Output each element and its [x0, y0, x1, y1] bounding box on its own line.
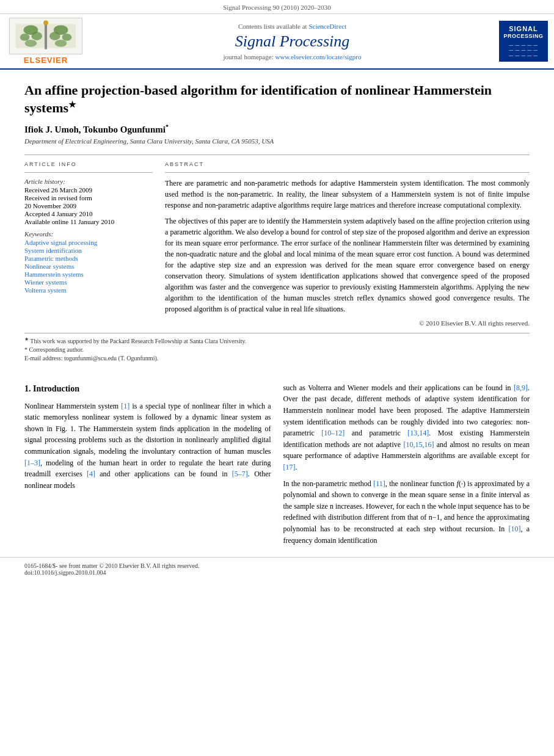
article-content: An affine projection-based algorithm for… [0, 70, 554, 375]
article-title: An affine projection-based algorithm for… [24, 82, 530, 117]
ref-11[interactable]: [11] [373, 479, 385, 488]
svg-point-5 [31, 32, 42, 40]
top-bar: Signal Processing 90 (2010) 2020–2030 [0, 0, 554, 14]
keyword-2[interactable]: System identification [24, 247, 153, 254]
svg-rect-11 [45, 23, 47, 49]
author-star: * [166, 123, 169, 130]
ref-8-9[interactable]: [8,9] [514, 383, 528, 392]
footnote-star-text: ★ This work was supported by the Packard… [24, 336, 530, 346]
body-content: 1. Introduction Nonlinear Hammerstein sy… [0, 382, 554, 551]
page: Signal Processing 90 (2010) 2020–2030 [0, 0, 554, 756]
abstract-label: ABSTRACT [165, 161, 530, 167]
svg-point-9 [49, 32, 60, 40]
ref-10[interactable]: [10] [508, 525, 520, 533]
bottom-doi: doi:10.1016/j.sigpro.2010.01.004 [24, 569, 530, 576]
keywords-group: Keywords: Adaptive signal processing Sys… [24, 230, 153, 294]
science-direct-link[interactable]: ScienceDirect [308, 23, 346, 30]
signal-processing-badge: SIGNAL PROCESSING — — — — —— — — — —— — … [499, 21, 548, 62]
ref-10-12[interactable]: [10–12] [321, 429, 344, 437]
footnotes: ★ This work was supported by the Packard… [24, 333, 530, 363]
svg-point-8 [62, 34, 72, 41]
journal-homepage: journal homepage: www.elsevier.com/locat… [92, 53, 493, 60]
history-group: Article history: Received 26 March 2009 … [24, 178, 153, 225]
svg-point-10 [55, 40, 67, 47]
elsevier-logo-image [9, 18, 82, 54]
journal-citation: Signal Processing 90 (2010) 2020–2030 [223, 4, 331, 11]
keyword-1[interactable]: Adaptive signal processing [24, 239, 153, 246]
bottom-issn: 0165-1684/$- see front matter © 2010 Els… [24, 562, 530, 569]
abstract-para-2: The objectives of this paper are to iden… [165, 216, 530, 314]
ref-13-14[interactable]: [13,14] [407, 429, 429, 437]
footnote-email: E-mail address: togunfunmi@scu.edu (T. O… [24, 354, 530, 363]
keywords-label: Keywords: [24, 230, 153, 238]
journal-homepage-link[interactable]: www.elsevier.com/locate/sigpro [275, 53, 361, 60]
ref-1-3[interactable]: [1–3] [24, 459, 40, 467]
article-info-col: ARTICLE INFO Article history: Received 2… [24, 161, 153, 327]
keyword-4[interactable]: Nonlinear systems [24, 263, 153, 270]
bottom-info: 0165-1684/$- see front matter © 2010 Els… [0, 557, 554, 578]
ref-4[interactable]: [4] [87, 470, 95, 478]
body-right-col: such as Volterra and Wiener models and t… [283, 382, 530, 551]
article-info-label: ARTICLE INFO [24, 161, 153, 167]
badge-line2: PROCESSING [501, 33, 545, 40]
abstract-text: There are parametric and non-parametric … [165, 178, 530, 314]
article-info-abstract: ARTICLE INFO Article history: Received 2… [24, 161, 530, 327]
body-left-col: 1. Introduction Nonlinear Hammerstein sy… [24, 382, 271, 551]
ref-10-15-16[interactable]: [10,15,16] [403, 440, 434, 449]
svg-point-4 [20, 34, 30, 41]
abstract-para-1: There are parametric and non-parametric … [165, 178, 530, 211]
history-label: Article history: [24, 178, 153, 185]
authors: Ifiok J. Umoh, Tokunbo Ogunfunmi* [24, 123, 530, 135]
intro-para-1: Nonlinear Hammerstein system [1] is a sp… [24, 401, 271, 492]
svg-point-12 [43, 20, 48, 25]
badge-line1: SIGNAL [501, 24, 545, 33]
ref-1[interactable]: [1] [121, 402, 129, 410]
affiliation: Department of Electrical Engineering, Sa… [24, 137, 530, 145]
ref-17[interactable]: [17] [283, 463, 296, 471]
accepted-date: Accepted 4 January 2010 [24, 210, 153, 217]
footnote-star-symbol: ★ [24, 336, 29, 342]
journal-header: ELSEVIER Contents lists available at Sci… [0, 14, 554, 70]
title-star: ★ [68, 100, 76, 109]
elsevier-logo: ELSEVIER [6, 18, 86, 65]
intro-heading: 1. Introduction [24, 382, 271, 396]
revised-label: Received in revised form [24, 194, 153, 202]
intro-para-2: such as Volterra and Wiener models and t… [283, 382, 530, 473]
elsevier-brand-text: ELSEVIER [24, 56, 68, 65]
ref-5-7[interactable]: [5–7] [232, 470, 248, 478]
science-direct-note: Contents lists available at ScienceDirec… [92, 23, 493, 30]
journal-title: Signal Processing [92, 32, 493, 51]
svg-point-6 [25, 40, 37, 47]
available-online: Available online 11 January 2010 [24, 218, 153, 225]
journal-center: Contents lists available at ScienceDirec… [92, 23, 493, 60]
keyword-5[interactable]: Hammerstein systems [24, 271, 153, 278]
divider-info [24, 172, 153, 173]
intro-para-3: In the non-parametric method [11], the n… [283, 478, 530, 547]
abstract-col: ABSTRACT There are parametric and non-pa… [165, 161, 530, 327]
received-date: Received 26 March 2009 [24, 186, 153, 194]
revised-date: 20 November 2009 [24, 202, 153, 209]
divider-abstract [165, 172, 530, 173]
divider-1 [24, 154, 530, 155]
keyword-7[interactable]: Volterra system [24, 286, 153, 294]
keyword-6[interactable]: Wiener systems [24, 278, 153, 286]
keyword-3[interactable]: Parametric methods [24, 255, 153, 262]
footnote-corr-author: * Corresponding author. [24, 346, 530, 354]
copyright: © 2010 Elsevier B.V. All rights reserved… [165, 319, 530, 327]
